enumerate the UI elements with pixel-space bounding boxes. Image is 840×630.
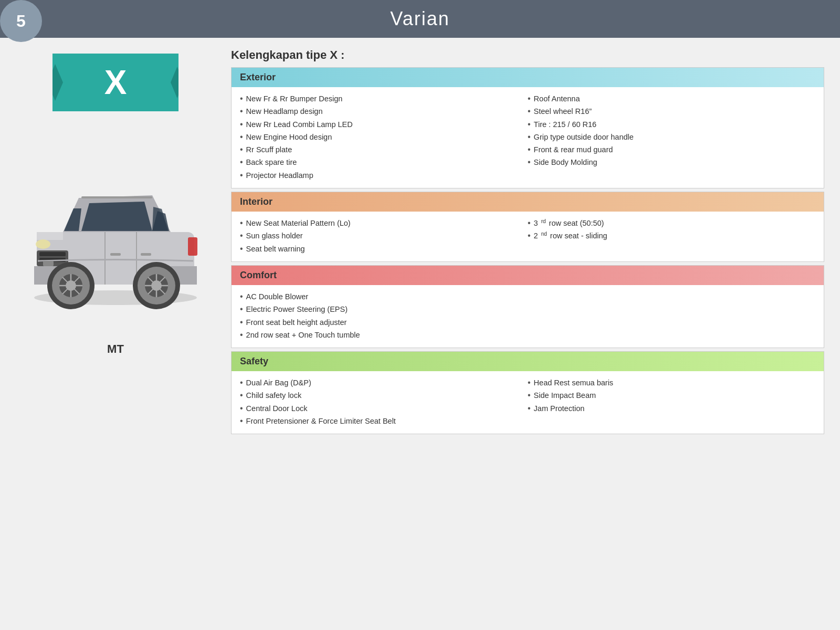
svg-rect-6 — [188, 237, 197, 256]
exterior-col2: Roof Antenna Steel wheel R16” Tire : 215… — [528, 92, 815, 182]
list-item: Electric Power Steering (EPS) — [240, 303, 528, 316]
list-item: 2nd row seat - sliding — [528, 229, 815, 242]
comfort-header: Comfort — [232, 266, 824, 285]
list-item: Grip type outside door handle — [528, 131, 815, 143]
list-item: Child safety lock — [240, 389, 528, 402]
list-item: Tire : 215 / 60 R16 — [528, 118, 815, 131]
list-item: New Seat Material Pattern (Lo) — [240, 217, 528, 229]
interior-section: Interior New Seat Material Pattern (Lo) … — [231, 192, 824, 262]
exterior-col1: New Fr & Rr Bumper Design New Headlamp d… — [240, 92, 528, 182]
variant-letter: X — [104, 63, 127, 102]
list-item: Front Pretensioner & Force Limiter Seat … — [240, 415, 528, 427]
safety-col2: Head Rest semua baris Side Impact Beam J… — [528, 376, 815, 427]
svg-rect-10 — [141, 253, 151, 256]
interior-header: Interior — [232, 192, 824, 212]
main-content: X — [0, 38, 840, 630]
list-item: Side Body Molding — [528, 156, 815, 169]
safety-body: Dual Air Bag (D&P) Child safety lock Cen… — [232, 371, 824, 434]
svg-point-5 — [36, 239, 50, 249]
list-item: Front & rear mud guard — [528, 143, 815, 156]
list-item: New Engine Hood design — [240, 131, 528, 143]
section-title: Kelengkapan tipe X : — [231, 48, 824, 62]
list-item: Jam Protection — [528, 402, 815, 415]
interior-body: New Seat Material Pattern (Lo) Sun glass… — [232, 212, 824, 261]
list-item: Dual Air Bag (D&P) — [240, 376, 528, 389]
list-item: Roof Antenna — [528, 92, 815, 105]
page-number: 5 — [0, 0, 42, 42]
interior-col2: 3rd row seat (50:50) 2nd row seat - slid… — [528, 217, 815, 255]
header-title: Varian — [390, 8, 449, 30]
svg-rect-3 — [39, 252, 66, 256]
list-item: New Headlamp design — [240, 105, 528, 118]
variant-badge: X — [52, 54, 178, 111]
exterior-body: New Fr & Rr Bumper Design New Headlamp d… — [232, 87, 824, 188]
interior-col1: New Seat Material Pattern (Lo) Sun glass… — [240, 217, 528, 255]
list-item: Projector Headlamp — [240, 169, 528, 182]
safety-section: Safety Dual Air Bag (D&P) Child safety l… — [231, 351, 824, 434]
list-item: AC Double Blower — [240, 290, 528, 303]
list-item: Seat belt warning — [240, 243, 528, 255]
list-item: Central Door Lock — [240, 402, 528, 415]
exterior-header: Exterior — [232, 68, 824, 87]
list-item: Sun glass holder — [240, 229, 528, 242]
list-item: Front seat belt height adjuster — [240, 316, 528, 329]
left-panel: X — [16, 48, 215, 620]
transmission-label: MT — [107, 342, 124, 356]
list-item: Side Impact Beam — [528, 389, 815, 402]
list-item: New Rr Lead Combi Lamp LED — [240, 118, 528, 131]
list-item: 3rd row seat (50:50) — [528, 217, 815, 229]
list-item: Steel wheel R16” — [528, 105, 815, 118]
list-item: Rr Scuff plate — [240, 143, 528, 156]
list-item: Head Rest semua baris — [528, 376, 815, 389]
car-image-container — [21, 122, 210, 342]
page-header: 5 Varian — [0, 0, 840, 38]
safety-header: Safety — [232, 352, 824, 371]
svg-rect-9 — [110, 253, 121, 256]
list-item: 2nd row seat + One Touch tumble — [240, 329, 528, 341]
comfort-section: Comfort AC Double Blower Electric Power … — [231, 265, 824, 348]
list-item: Back spare tire — [240, 156, 528, 169]
comfort-col2 — [528, 290, 815, 341]
exterior-section: Exterior New Fr & Rr Bumper Design New H… — [231, 67, 824, 188]
svg-rect-27 — [81, 196, 152, 198]
comfort-col1: AC Double Blower Electric Power Steering… — [240, 290, 528, 341]
right-panel: Kelengkapan tipe X : Exterior New Fr & R… — [231, 48, 824, 620]
svg-rect-28 — [43, 261, 54, 266]
car-illustration — [21, 143, 210, 321]
list-item: New Fr & Rr Bumper Design — [240, 92, 528, 105]
safety-col1: Dual Air Bag (D&P) Child safety lock Cen… — [240, 376, 528, 427]
comfort-body: AC Double Blower Electric Power Steering… — [232, 285, 824, 348]
